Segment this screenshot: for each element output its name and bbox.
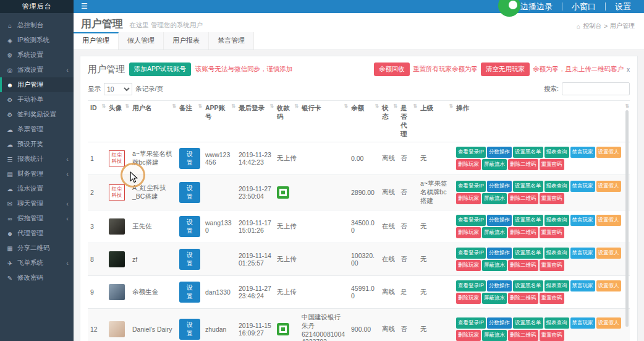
column-header-10[interactable]: 是否代理 xyxy=(398,101,418,142)
view-login-ip-button[interactable]: 查看登录IP xyxy=(456,181,486,192)
column-header-12[interactable]: 操作 xyxy=(454,101,630,142)
delete-player-button[interactable]: 删除玩家 xyxy=(456,330,481,341)
set-blacklist-button[interactable]: 设置黑名单 xyxy=(513,280,543,291)
block-turnover-button[interactable]: 屏蔽流水 xyxy=(482,159,507,170)
delete-player-button[interactable]: 删除玩家 xyxy=(456,260,481,271)
reset-password-button[interactable]: 重置密码 xyxy=(540,227,564,238)
tab-fake-users[interactable]: 假人管理 xyxy=(119,32,164,50)
sidebar-item-finance[interactable]: ▤财务管理‹ xyxy=(0,166,74,181)
small-window-button[interactable]: 小窗口 xyxy=(562,1,605,12)
set-blacklist-button[interactable]: 设置黑名单 xyxy=(513,248,543,259)
mute-player-button[interactable]: 禁言玩家 xyxy=(570,280,595,291)
sidebar-item-fly-order-system[interactable]: ✈飞单系统‹ xyxy=(0,256,74,270)
delete-player-button[interactable]: 删除玩家 xyxy=(456,159,481,170)
column-header-8[interactable]: 余额 xyxy=(349,101,379,142)
reset-password-button[interactable]: 重置密码 xyxy=(540,193,564,204)
set-fake-player-button[interactable]: 设置假人 xyxy=(596,215,621,226)
view-login-ip-button[interactable]: 查看登录IP xyxy=(456,147,486,158)
note-settings-button[interactable]: 设置 xyxy=(179,148,200,169)
sidebar-item-dashboard[interactable]: ⌂总控制台 xyxy=(0,18,74,33)
tab-user-report[interactable]: 用户报表 xyxy=(164,32,209,50)
breadcrumb-home[interactable]: 控制台 xyxy=(583,22,601,30)
view-login-ip-button[interactable]: 查看登录IP xyxy=(456,280,486,291)
delete-qrcode-button[interactable]: 删除二维码 xyxy=(508,159,538,170)
mute-player-button[interactable]: 禁言玩家 xyxy=(570,181,595,192)
report-query-button[interactable]: 报表查询 xyxy=(544,248,569,259)
column-header-4[interactable]: APP账号 xyxy=(203,101,236,142)
column-header-0[interactable]: ID xyxy=(88,101,106,142)
sidebar-item-chat-management[interactable]: ✉聊天管理‹ xyxy=(0,196,74,211)
mute-player-button[interactable]: 禁言玩家 xyxy=(570,248,595,259)
sidebar-item-report-stats[interactable]: ☰报表统计‹ xyxy=(0,152,74,166)
score-operation-button[interactable]: 分数操作 xyxy=(487,317,512,329)
set-fake-player-button[interactable]: 设置假人 xyxy=(596,147,621,158)
view-login-ip-button[interactable]: 查看登录IP xyxy=(456,317,486,329)
column-header-11[interactable]: 上级 xyxy=(418,101,454,142)
delete-player-button[interactable]: 删除玩家 xyxy=(456,193,481,204)
sidebar-item-manual-order[interactable]: ⚙手动补单 xyxy=(0,92,74,107)
set-blacklist-button[interactable]: 设置黑名单 xyxy=(513,147,543,158)
score-operation-button[interactable]: 分数操作 xyxy=(487,215,512,226)
block-turnover-button[interactable]: 屏蔽流水 xyxy=(482,193,507,204)
set-fake-player-button[interactable]: 设置假人 xyxy=(596,317,621,329)
column-header-1[interactable]: 头像 xyxy=(106,101,130,142)
set-fake-player-button[interactable]: 设置假人 xyxy=(596,280,621,291)
delete-qrcode-button[interactable]: 删除二维码 xyxy=(508,193,538,204)
hamburger-menu-icon[interactable]: ☰ xyxy=(74,0,95,13)
report-query-button[interactable]: 报表查询 xyxy=(544,317,569,329)
sidebar-item-share-qrcode[interactable]: ▦分享二维码 xyxy=(0,241,74,256)
report-query-button[interactable]: 报表查询 xyxy=(544,215,569,226)
set-fake-player-button[interactable]: 设置假人 xyxy=(596,181,621,192)
mute-player-button[interactable]: 禁言玩家 xyxy=(570,215,595,226)
sidebar-item-system-settings[interactable]: ⚙系统设置 xyxy=(0,48,74,63)
block-turnover-button[interactable]: 屏蔽流水 xyxy=(482,330,507,341)
search-input[interactable] xyxy=(562,82,630,95)
score-operation-button[interactable]: 分数操作 xyxy=(487,248,512,259)
delete-qrcode-button[interactable]: 删除二维码 xyxy=(508,293,538,304)
mute-player-button[interactable]: 禁言玩家 xyxy=(570,147,595,158)
reset-password-button[interactable]: 重置密码 xyxy=(540,330,564,341)
report-query-button[interactable]: 报表查询 xyxy=(544,147,569,158)
note-settings-button[interactable]: 设置 xyxy=(179,319,200,340)
set-blacklist-button[interactable]: 设置黑名单 xyxy=(513,317,543,329)
note-settings-button[interactable]: 设置 xyxy=(179,282,200,303)
block-turnover-button[interactable]: 屏蔽流水 xyxy=(482,227,507,238)
sidebar-item-ip-check-system[interactable]: ◈IP检测系统 xyxy=(0,33,74,48)
reset-password-button[interactable]: 重置密码 xyxy=(540,293,564,304)
qr-code-icon[interactable] xyxy=(277,186,289,199)
score-operation-button[interactable]: 分数操作 xyxy=(487,280,512,291)
sidebar-item-game-settings[interactable]: ◎游戏设置‹ xyxy=(0,63,74,77)
qr-code-icon[interactable] xyxy=(277,323,289,335)
balance-recycle-button[interactable]: 余额回收 xyxy=(374,63,410,76)
page-size-select[interactable]: 10 xyxy=(104,83,132,95)
report-query-button[interactable]: 报表查询 xyxy=(544,280,569,291)
block-turnover-button[interactable]: 屏蔽流水 xyxy=(482,260,507,271)
add-trial-account-button[interactable]: 添加APP试玩账号 xyxy=(129,63,191,76)
set-fake-player-button[interactable]: 设置假人 xyxy=(596,248,621,259)
clear-users-button[interactable]: 清空无用玩家 xyxy=(481,63,530,76)
set-blacklist-button[interactable]: 设置黑名单 xyxy=(513,181,543,192)
sidebar-item-flow-settings[interactable]: ☁流水设置 xyxy=(0,181,74,196)
close-icon[interactable]: x xyxy=(627,66,630,73)
sidebar-item-change-password[interactable]: ✎修改密码 xyxy=(0,270,74,285)
column-header-6[interactable]: 收款码 xyxy=(274,101,299,142)
view-login-ip-button[interactable]: 查看登录IP xyxy=(456,248,486,259)
score-operation-button[interactable]: 分数操作 xyxy=(487,147,512,158)
reset-password-button[interactable]: 重置密码 xyxy=(540,260,564,271)
delete-qrcode-button[interactable]: 删除二维码 xyxy=(508,227,538,238)
mute-player-button[interactable]: 禁言玩家 xyxy=(570,317,595,329)
sidebar-item-fake-user[interactable]: ∞假拖管理‹ xyxy=(0,211,74,226)
recorder-settings-button[interactable]: 设置 xyxy=(606,1,640,12)
sidebar-item-agent-management[interactable]: ☻代理管理 xyxy=(0,226,74,241)
sidebar-item-signin-reward[interactable]: ⚙签到奖励设置 xyxy=(0,107,74,122)
column-header-2[interactable]: 用户名 xyxy=(130,101,177,142)
report-query-button[interactable]: 报表查询 xyxy=(544,181,569,192)
column-header-7[interactable]: 银行卡 xyxy=(299,101,349,142)
delete-player-button[interactable]: 删除玩家 xyxy=(456,227,481,238)
note-settings-button[interactable]: 设置 xyxy=(179,216,200,237)
reset-password-button[interactable]: 重置密码 xyxy=(540,159,564,170)
column-header-3[interactable]: 备注 xyxy=(177,101,203,142)
view-login-ip-button[interactable]: 查看登录IP xyxy=(456,215,486,226)
tab-users[interactable]: 用户管理 xyxy=(74,32,119,50)
column-header-9[interactable]: 状态 xyxy=(379,101,398,142)
